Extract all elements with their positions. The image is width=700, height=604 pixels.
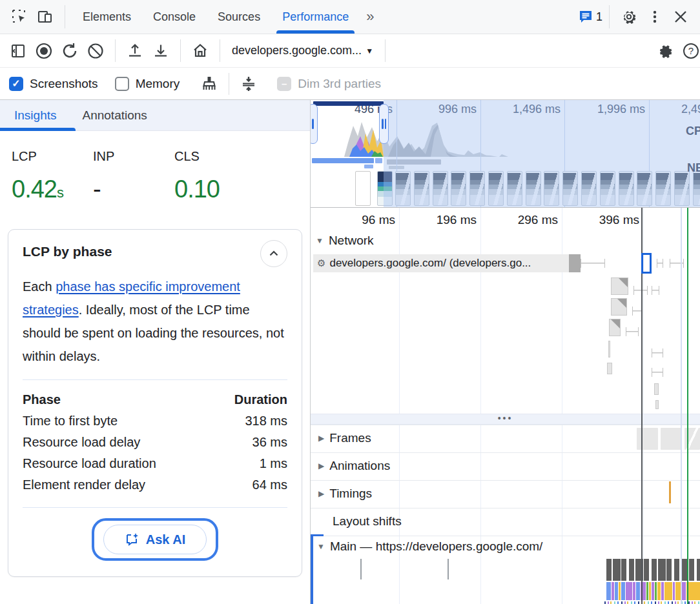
tab-sources[interactable]: Sources — [207, 0, 271, 34]
lcp-by-phase-card: LCP by phase Each phase has specific imp… — [8, 229, 302, 577]
collapse-triangle-icon: ▼ — [316, 236, 324, 245]
ask-ai-button[interactable]: Ask AI — [103, 525, 207, 554]
message-icon — [578, 9, 593, 25]
phase-row: Resource load duration1 ms — [23, 453, 287, 474]
net-overview-bar — [312, 158, 374, 163]
issues-count: 1 — [596, 10, 602, 24]
dim-third-parties-label: Dim 3rd parties — [298, 77, 381, 91]
history-dropdown-label: developers.google.com... — [232, 44, 362, 57]
network-event-bar[interactable] — [611, 298, 627, 316]
capture-settings-gear-icon[interactable] — [652, 38, 678, 64]
ask-ai-focus-ring: Ask AI — [92, 518, 218, 561]
close-icon[interactable] — [668, 4, 694, 30]
dim-third-parties-checkbox[interactable]: – — [277, 77, 291, 91]
clear-icon[interactable] — [83, 38, 108, 64]
ruler-tick-label: 396 ms — [575, 213, 639, 227]
screenshot-thumbnail[interactable] — [355, 171, 371, 206]
svg-text:?: ? — [688, 45, 694, 56]
track-header-animations[interactable]: ▶Animations — [318, 459, 390, 473]
network-event-bar[interactable] — [608, 341, 610, 357]
phase-row: Element render delay64 ms — [23, 474, 287, 496]
insights-sidebar: Insights Annotations LCP 0.42s INP - CLS… — [0, 100, 311, 604]
web-vitals-metrics: LCP 0.42s INP - CLS 0.10 — [0, 131, 310, 223]
metric-cls: CLS 0.10 — [174, 149, 256, 203]
tab-elements[interactable]: Elements — [72, 0, 142, 34]
more-tabs-icon[interactable]: » — [360, 8, 380, 25]
card-description: Each phase has specific improvement stra… — [23, 275, 287, 368]
screenshots-label: Screenshots — [30, 77, 98, 91]
network-request-row[interactable]: ⚙ developers.google.com/ (developers.go.… — [313, 254, 569, 272]
timeline-pane: 496 ms996 ms1,496 ms1,996 ms2,496 ms CPU… — [311, 100, 700, 604]
main-track-focus-border — [311, 534, 313, 604]
main-thread-subtasks[interactable] — [604, 601, 700, 604]
device-toolbar-icon[interactable] — [32, 4, 58, 30]
memory-checkbox[interactable] — [115, 77, 129, 91]
capture-options-bar: ✓ Screenshots Memory – Dim 3rd parties — [0, 68, 700, 100]
load-profile-icon[interactable] — [122, 38, 148, 64]
memory-label: Memory — [136, 77, 180, 91]
request-gear-icon: ⚙ — [317, 257, 325, 269]
selected-network-event[interactable] — [641, 253, 652, 274]
timeline-main-view[interactable]: 96 ms196 ms296 ms396 ms ▼ Network ⚙ deve… — [311, 208, 700, 604]
tab-console[interactable]: Console — [142, 0, 207, 34]
timing-marker[interactable] — [669, 481, 671, 503]
network-event-bar[interactable] — [654, 383, 659, 395]
card-title: LCP by phase — [23, 244, 112, 259]
collapse-tracks-icon[interactable] — [236, 71, 262, 97]
track-header-network[interactable]: ▼ Network — [316, 234, 374, 248]
metric-lcp: LCP 0.42s — [12, 149, 93, 203]
phase-row: Resource load delay36 ms — [23, 432, 287, 453]
metric-inp: INP - — [93, 149, 174, 203]
network-event-bar[interactable] — [607, 363, 612, 374]
performance-toolbar: developers.google.com... ▼ ? — [0, 34, 700, 68]
screenshots-checkbox[interactable]: ✓ — [9, 77, 23, 91]
devtools-tab-bar: Elements Console Sources Performance » 1 — [0, 0, 700, 34]
history-dropdown[interactable]: developers.google.com... ▼ — [227, 44, 378, 57]
ruler-tick-label: 96 ms — [331, 213, 395, 227]
phase-row: Time to first byte318 ms — [23, 410, 287, 432]
devtools-window: Elements Console Sources Performance » 1 — [0, 0, 700, 604]
track-header-main[interactable]: ▼ Main — https://developers.google.com/ — [317, 539, 542, 554]
settings-gear-icon[interactable] — [616, 4, 642, 30]
track-header-frames[interactable]: ▶Frames — [318, 431, 371, 445]
timeline-overview[interactable]: 496 ms996 ms1,496 ms1,996 ms2,496 ms CPU… — [311, 100, 700, 208]
marker-line-light — [681, 208, 682, 604]
tab-insights[interactable]: Insights — [1, 102, 69, 130]
net-lane-label: NET — [687, 161, 700, 175]
cpu-lane-label: CPU — [686, 125, 700, 138]
window-right-handle[interactable] — [379, 104, 389, 144]
inspect-element-icon[interactable] — [6, 4, 32, 30]
ai-chat-sparkle-icon — [125, 532, 140, 547]
phase-table: Phase Duration Time to first byte318 msR… — [23, 389, 287, 496]
main-thread-tasks[interactable] — [606, 559, 700, 581]
dropdown-caret-icon: ▼ — [365, 46, 373, 55]
record-icon[interactable] — [31, 38, 57, 64]
network-event-bar[interactable] — [655, 400, 659, 409]
ruler-tick-label: 196 ms — [412, 213, 477, 227]
track-header-layout-shifts[interactable]: Layout shifts — [333, 514, 402, 528]
ruler-tick-label: 296 ms — [493, 213, 558, 227]
reload-record-icon[interactable] — [57, 38, 83, 64]
kebab-menu-icon[interactable] — [642, 4, 668, 30]
home-icon[interactable] — [187, 38, 213, 64]
network-event-bar[interactable] — [611, 277, 628, 295]
frame-thumbnail[interactable] — [637, 428, 658, 450]
selected-range-bar — [313, 101, 384, 106]
overview-dim-overlay — [384, 100, 700, 207]
track-header-timings[interactable]: ▶Timings — [318, 487, 372, 501]
tab-annotations[interactable]: Annotations — [69, 102, 160, 130]
save-profile-icon[interactable] — [148, 38, 174, 64]
issues-counter[interactable]: 1 — [578, 9, 602, 25]
sidebar-tabs: Insights Annotations — [0, 100, 310, 131]
toggle-sidebar-icon[interactable] — [5, 38, 31, 64]
help-icon[interactable]: ? — [678, 38, 700, 64]
collapse-triangle-icon: ▼ — [317, 542, 325, 551]
window-left-handle[interactable] — [311, 104, 318, 144]
network-event-bar[interactable] — [609, 319, 621, 336]
collapse-card-button[interactable] — [260, 240, 287, 267]
frame-thumbnail[interactable] — [661, 428, 682, 450]
tab-performance[interactable]: Performance — [271, 0, 360, 34]
collect-garbage-icon[interactable] — [196, 71, 222, 97]
marker-line-green — [687, 208, 688, 604]
